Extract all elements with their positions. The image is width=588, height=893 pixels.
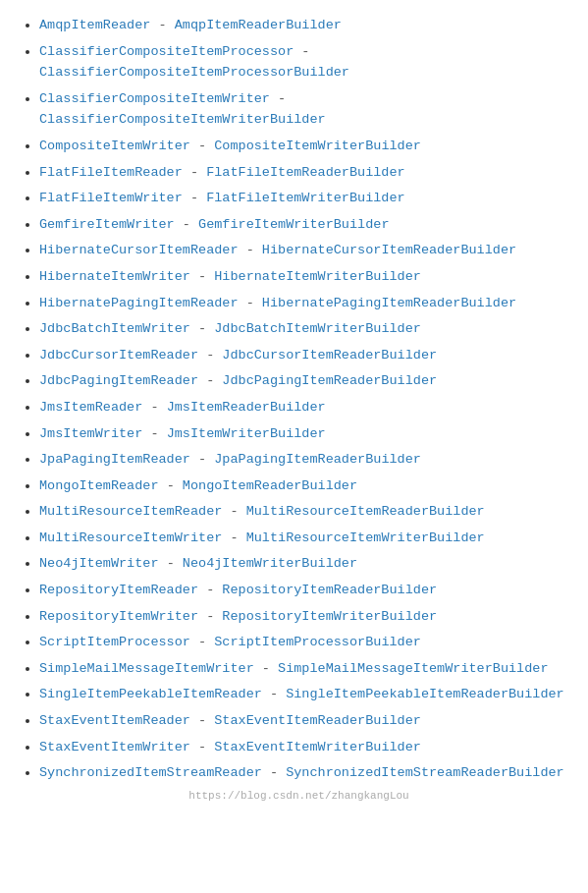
item-right-link[interactable]: MongoItemReaderBuilder: [183, 478, 357, 493]
item-left-link[interactable]: ScriptItemProcessor: [39, 635, 190, 649]
list-item: FlatFileItemReader - FlatFileItemReaderB…: [39, 162, 578, 184]
separator: -: [270, 91, 286, 106]
item-left-link[interactable]: StaxEventItemWriter: [39, 740, 190, 754]
item-right-link[interactable]: MultiResourceItemReaderBuilder: [246, 504, 485, 519]
separator: -: [150, 18, 174, 32]
item-left-link[interactable]: CompositeItemWriter: [39, 139, 190, 153]
item-right-link[interactable]: CompositeItemWriterBuilder: [214, 139, 421, 153]
list-item: JmsItemWriter - JmsItemWriterBuilder: [39, 423, 578, 445]
item-left-link[interactable]: JmsItemReader: [39, 400, 142, 415]
item-right-link[interactable]: SynchronizedItemStreamReaderBuilder: [286, 765, 564, 780]
separator: -: [190, 740, 214, 754]
item-right-link[interactable]: JdbcBatchItemWriterBuilder: [214, 321, 421, 336]
item-right-link[interactable]: JdbcPagingItemReaderBuilder: [222, 373, 437, 388]
list-item: GemfireItemWriter - GemfireItemWriterBui…: [39, 214, 578, 236]
item-left-link[interactable]: HibernateCursorItemReader: [39, 243, 239, 257]
list-item: JdbcBatchItemWriter - JdbcBatchItemWrite…: [39, 318, 578, 340]
list-item: HibernatePagingItemReader - HibernatePag…: [39, 293, 578, 314]
list-item: ClassifierCompositeItemProcessor - Class…: [39, 41, 578, 84]
item-right-link[interactable]: StaxEventItemReaderBuilder: [214, 713, 421, 728]
separator: -: [198, 609, 222, 624]
item-left-link[interactable]: JpaPagingItemReader: [39, 452, 190, 467]
item-right-link[interactable]: AmqpItemReaderBuilder: [175, 18, 342, 32]
list-item: SynchronizedItemStreamReader - Synchroni…: [39, 762, 578, 784]
list-item: RepositoryItemReader - RepositoryItemRea…: [39, 580, 578, 601]
list-item: AmqpItemReader - AmqpItemReaderBuilder: [39, 15, 578, 36]
list-item: ScriptItemProcessor - ScriptItemProcesso…: [39, 632, 578, 653]
separator: -: [142, 426, 166, 441]
item-list: AmqpItemReader - AmqpItemReaderBuilderCl…: [20, 15, 578, 784]
separator: -: [239, 243, 262, 257]
separator: -: [190, 321, 214, 336]
separator: -: [183, 165, 206, 180]
separator: -: [222, 530, 245, 545]
item-left-link[interactable]: RepositoryItemReader: [39, 583, 198, 597]
item-left-link[interactable]: RepositoryItemWriter: [39, 609, 198, 624]
item-right-link[interactable]: ClassifierCompositeItemWriterBuilder: [39, 112, 326, 127]
item-right-link[interactable]: JdbcCursorItemReaderBuilder: [222, 348, 437, 363]
item-left-link[interactable]: JdbcCursorItemReader: [39, 348, 198, 363]
list-item: JmsItemReader - JmsItemReaderBuilder: [39, 397, 578, 419]
separator: -: [198, 373, 222, 388]
separator: -: [190, 269, 214, 284]
item-left-link[interactable]: Neo4jItemWriter: [39, 556, 159, 571]
list-item: CompositeItemWriter - CompositeItemWrite…: [39, 136, 578, 157]
list-item: MongoItemReader - MongoItemReaderBuilder: [39, 475, 578, 497]
item-right-link[interactable]: RepositoryItemWriterBuilder: [222, 609, 437, 624]
list-item: FlatFileItemWriter - FlatFileItemWriterB…: [39, 188, 578, 209]
item-right-link[interactable]: FlatFileItemWriterBuilder: [206, 191, 405, 205]
item-left-link[interactable]: JmsItemWriter: [39, 426, 142, 441]
separator: -: [239, 296, 262, 310]
item-right-link[interactable]: JpaPagingItemReaderBuilder: [214, 452, 421, 467]
list-item: JpaPagingItemReader - JpaPagingItemReade…: [39, 449, 578, 471]
item-right-link[interactable]: SingleItemPeekableItemReaderBuilder: [286, 687, 564, 701]
item-left-link[interactable]: HibernatePagingItemReader: [39, 296, 239, 310]
item-left-link[interactable]: HibernateItemWriter: [39, 269, 190, 284]
list-item: JdbcCursorItemReader - JdbcCursorItemRea…: [39, 345, 578, 366]
item-left-link[interactable]: SimpleMailMessageItemWriter: [39, 661, 254, 676]
item-right-link[interactable]: GemfireItemWriterBuilder: [198, 217, 389, 232]
item-left-link[interactable]: MongoItemReader: [39, 478, 159, 493]
list-item: MultiResourceItemWriter - MultiResourceI…: [39, 528, 578, 549]
separator: -: [222, 504, 245, 519]
item-right-link[interactable]: JmsItemReaderBuilder: [167, 400, 326, 415]
item-left-link[interactable]: SynchronizedItemStreamReader: [39, 765, 262, 780]
item-left-link[interactable]: ClassifierCompositeItemWriter: [39, 91, 270, 106]
item-left-link[interactable]: MultiResourceItemWriter: [39, 530, 222, 545]
list-item: HibernateCursorItemReader - HibernateCur…: [39, 240, 578, 261]
item-right-link[interactable]: FlatFileItemReaderBuilder: [206, 165, 405, 180]
item-left-link[interactable]: MultiResourceItemReader: [39, 504, 222, 519]
separator: -: [183, 191, 206, 205]
item-right-link[interactable]: RepositoryItemReaderBuilder: [222, 583, 437, 597]
separator: -: [190, 635, 214, 649]
item-left-link[interactable]: ClassifierCompositeItemProcessor: [39, 44, 294, 59]
list-item: JdbcPagingItemReader - JdbcPagingItemRea…: [39, 370, 578, 392]
item-right-link[interactable]: StaxEventItemWriterBuilder: [214, 740, 421, 754]
list-item: MultiResourceItemReader - MultiResourceI…: [39, 501, 578, 523]
item-right-link[interactable]: MultiResourceItemWriterBuilder: [246, 530, 485, 545]
separator: -: [159, 556, 183, 571]
item-left-link[interactable]: GemfireItemWriter: [39, 217, 175, 232]
separator: -: [254, 661, 278, 676]
list-item: SimpleMailMessageItemWriter - SimpleMail…: [39, 658, 578, 680]
item-left-link[interactable]: JdbcPagingItemReader: [39, 373, 198, 388]
separator: -: [198, 348, 222, 363]
item-right-link[interactable]: SimpleMailMessageItemWriterBuilder: [278, 661, 548, 676]
item-left-link[interactable]: AmqpItemReader: [39, 18, 150, 32]
separator: -: [159, 478, 183, 493]
item-left-link[interactable]: JdbcBatchItemWriter: [39, 321, 190, 336]
list-item: StaxEventItemReader - StaxEventItemReade…: [39, 710, 578, 732]
list-item: HibernateItemWriter - HibernateItemWrite…: [39, 266, 578, 288]
item-right-link[interactable]: HibernateItemWriterBuilder: [214, 269, 421, 284]
item-right-link[interactable]: ScriptItemProcessorBuilder: [214, 635, 421, 649]
item-left-link[interactable]: FlatFileItemReader: [39, 165, 183, 180]
separator: -: [262, 687, 286, 701]
item-left-link[interactable]: FlatFileItemWriter: [39, 191, 183, 205]
item-right-link[interactable]: ClassifierCompositeItemProcessorBuilder: [39, 65, 349, 80]
item-right-link[interactable]: HibernateCursorItemReaderBuilder: [262, 243, 516, 257]
item-left-link[interactable]: StaxEventItemReader: [39, 713, 190, 728]
item-right-link[interactable]: HibernatePagingItemReaderBuilder: [262, 296, 516, 310]
item-right-link[interactable]: Neo4jItemWriterBuilder: [183, 556, 357, 571]
item-left-link[interactable]: SingleItemPeekableItemReader: [39, 687, 262, 701]
item-right-link[interactable]: JmsItemWriterBuilder: [167, 426, 326, 441]
